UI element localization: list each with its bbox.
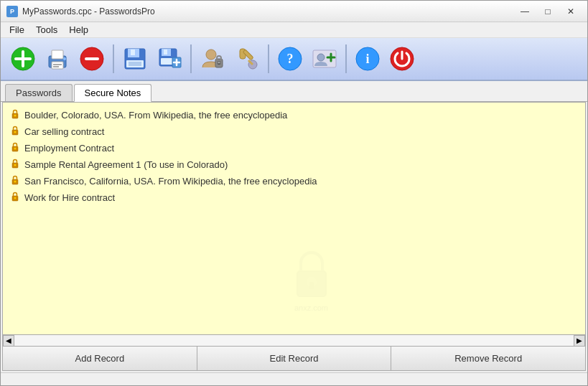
svg-point-25	[206, 50, 216, 60]
window-controls: — □ ✕	[514, 4, 582, 19]
list-item[interactable]: Work for Hire contract	[6, 189, 582, 206]
lock-icon	[10, 109, 20, 121]
edit-record-button[interactable]: Edit Record	[197, 347, 392, 370]
list-item[interactable]: Sample Rental Agreement 1 (To use in Col…	[6, 156, 582, 173]
note-text: Sample Rental Agreement 1 (To use in Col…	[24, 159, 228, 170]
add-record-button[interactable]: Add Record	[3, 347, 197, 370]
svg-point-56	[307, 277, 317, 287]
passwords-tab[interactable]: Passwords	[5, 84, 73, 101]
tab-bar: Passwords Secure Notes	[1, 81, 587, 102]
note-text: Employment Contract	[24, 143, 114, 154]
toolbar-sep-2	[190, 44, 192, 73]
scroll-left-button[interactable]: ◀	[3, 335, 14, 347]
notes-container: Boulder, Colorado, USA. From Wikipedia, …	[3, 103, 585, 346]
svg-point-50	[14, 164, 17, 166]
notes-list[interactable]: Boulder, Colorado, USA. From Wikipedia, …	[3, 103, 585, 334]
scroll-track[interactable]	[14, 335, 574, 346]
svg-text:?: ?	[287, 52, 294, 66]
power-button[interactable]	[386, 41, 419, 77]
list-item[interactable]: Car selling contract	[6, 123, 582, 140]
maximize-button[interactable]: □	[537, 4, 559, 19]
scroll-right-button[interactable]: ▶	[574, 335, 585, 347]
svg-point-10	[63, 57, 66, 60]
close-button[interactable]: ✕	[560, 4, 582, 19]
lock-icon	[10, 126, 20, 138]
watermark: anxz.com	[283, 246, 340, 312]
help-toolbar-button[interactable]: ?	[274, 41, 307, 77]
save-button[interactable]	[118, 41, 151, 77]
menu-bar: File Tools Help	[1, 22, 587, 38]
toolbar-sep-4	[345, 44, 347, 73]
lock-icon	[10, 142, 20, 154]
svg-point-46	[14, 131, 17, 133]
window-title: MyPasswords.cpc - PasswordsPro	[22, 6, 514, 17]
main-window: P MyPasswords.cpc - PasswordsPro — □ ✕ F…	[0, 0, 588, 386]
lock-icon	[10, 159, 20, 171]
help-menu[interactable]: Help	[63, 23, 94, 37]
file-menu[interactable]: File	[4, 23, 30, 37]
secure-notes-tab[interactable]: Secure Notes	[74, 84, 152, 102]
note-text: Car selling contract	[24, 126, 104, 137]
delete-button[interactable]	[75, 41, 108, 77]
svg-point-37	[317, 54, 325, 61]
app-icon: P	[6, 6, 18, 17]
title-bar: P MyPasswords.cpc - PasswordsPro — □ ✕	[1, 1, 587, 22]
svg-rect-57	[309, 282, 314, 289]
svg-text:i: i	[365, 52, 369, 66]
svg-point-52	[14, 181, 17, 183]
add-user-button[interactable]	[308, 41, 341, 77]
list-item[interactable]: Employment Contract	[6, 140, 582, 156]
svg-point-54	[14, 197, 17, 199]
svg-point-48	[14, 148, 17, 150]
note-text: San Francisco, California, USA. From Wik…	[24, 176, 317, 187]
minimize-button[interactable]: —	[514, 4, 536, 19]
watermark-text: anxz.com	[294, 303, 328, 312]
lock-icon	[10, 192, 20, 204]
note-text: Boulder, Colorado, USA. From Wikipedia, …	[24, 110, 287, 121]
list-item[interactable]: San Francisco, California, USA. From Wik…	[6, 173, 582, 189]
save-as-button[interactable]	[153, 41, 186, 77]
bottom-buttons: Add Record Edit Record Remove Record	[3, 346, 585, 370]
user-lock-button[interactable]	[196, 41, 229, 77]
print-button[interactable]	[41, 41, 74, 77]
list-item[interactable]: Boulder, Colorado, USA. From Wikipedia, …	[6, 107, 582, 123]
svg-rect-55	[297, 271, 326, 296]
svg-rect-20	[164, 50, 167, 55]
svg-point-29	[218, 62, 220, 64]
main-content: Boulder, Colorado, USA. From Wikipedia, …	[2, 102, 586, 371]
svg-rect-9	[53, 66, 59, 67]
tools-toolbar-button[interactable]	[230, 41, 263, 77]
svg-rect-17	[129, 62, 141, 66]
toolbar-sep-3	[268, 44, 269, 73]
toolbar: ? i	[1, 38, 587, 81]
status-bar	[1, 372, 587, 385]
lock-icon	[10, 175, 20, 187]
add-button[interactable]	[6, 41, 39, 77]
tools-menu[interactable]: Tools	[30, 23, 63, 37]
horizontal-scrollbar[interactable]: ◀ ▶	[3, 334, 585, 346]
svg-text:P: P	[10, 8, 14, 15]
svg-point-44	[14, 115, 17, 117]
toolbar-sep-1	[113, 44, 114, 73]
info-button[interactable]: i	[351, 41, 384, 77]
note-text: Work for Hire contract	[24, 192, 115, 203]
svg-rect-8	[53, 64, 62, 65]
svg-rect-15	[131, 50, 135, 55]
remove-record-button[interactable]: Remove Record	[391, 347, 585, 370]
svg-rect-6	[52, 50, 63, 59]
